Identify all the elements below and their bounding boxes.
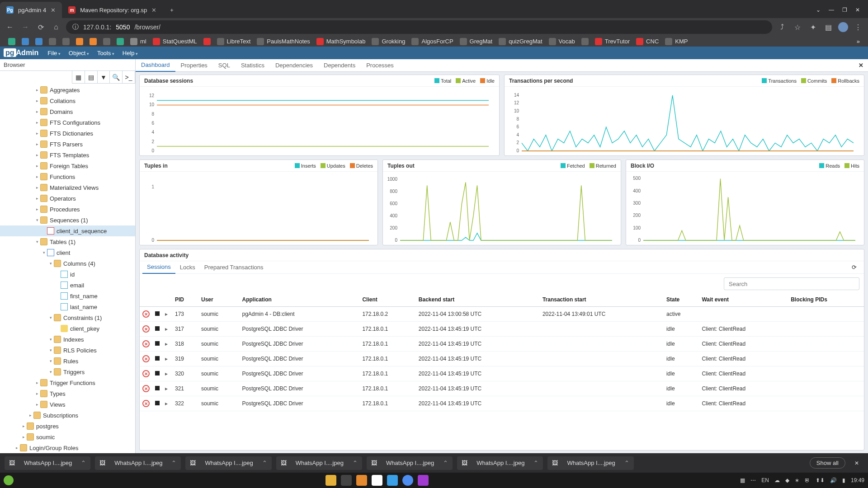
bookmark[interactable]: GregMat — [460, 38, 493, 45]
tree-node[interactable]: ▾client — [0, 247, 135, 258]
tree-node[interactable]: ▾Columns (4) — [0, 258, 135, 269]
tree-node[interactable]: ▾Indexes — [0, 334, 135, 345]
tray-lang[interactable]: EN — [761, 477, 769, 483]
menu-file[interactable]: File — [47, 50, 60, 56]
menu-help[interactable]: Help — [123, 50, 138, 56]
atab-sessions[interactable]: Sessions — [142, 261, 175, 274]
tree-node[interactable]: ▸Trigger Functions — [0, 377, 135, 388]
tree-node[interactable]: ▸Views — [0, 399, 135, 410]
bookmark[interactable]: PaulsMathNotes — [257, 38, 310, 45]
search-input[interactable] — [724, 277, 859, 290]
tree-node[interactable]: ▾Rules — [0, 356, 135, 366]
bookmark[interactable]: CNC — [636, 38, 659, 45]
filter-icon[interactable]: ▼ — [98, 71, 110, 84]
network-icon[interactable]: ⬆⬇ — [816, 477, 825, 483]
tree-node[interactable]: ▸Procedures — [0, 204, 135, 215]
share-icon[interactable]: ⤴ — [777, 23, 788, 31]
menu-object[interactable]: Object — [69, 50, 89, 56]
column-header[interactable]: Backend start — [416, 293, 540, 307]
bluetooth-icon[interactable]: ∗ — [795, 477, 799, 483]
close-shelf-icon[interactable]: ✕ — [850, 460, 863, 466]
address-bar[interactable]: ⓘ 127.0.0.1:5050/browser/ — [66, 20, 772, 34]
tray-icon[interactable]: ☁ — [774, 477, 780, 483]
psql-icon[interactable]: >_ — [123, 71, 135, 84]
column-header[interactable]: PID — [172, 293, 198, 307]
expand-icon[interactable]: ▸ — [165, 385, 168, 392]
terminate-icon[interactable]: ✕ — [142, 325, 150, 333]
minimize-icon[interactable]: — — [829, 7, 834, 13]
column-header[interactable]: Wait event — [699, 293, 788, 307]
tree-node[interactable]: ▸FTS Configurations — [0, 117, 135, 128]
tree-node[interactable]: last_name — [0, 301, 135, 312]
atab-locks[interactable]: Locks — [175, 261, 200, 274]
column-header[interactable]: Blocking PIDs — [788, 293, 864, 307]
column-header[interactable]: Application — [239, 293, 359, 307]
column-header[interactable]: State — [664, 293, 699, 307]
tray-icon[interactable]: ◆ — [785, 477, 789, 483]
cancel-icon[interactable] — [155, 371, 160, 375]
expand-icon[interactable]: ▸ — [165, 326, 168, 332]
chevron-up-icon[interactable]: ⌃ — [533, 460, 538, 466]
bookmark[interactable] — [103, 38, 110, 45]
bookmark[interactable] — [76, 38, 83, 45]
column-header[interactable] — [140, 293, 152, 307]
tree-node[interactable]: ▸Materialized Views — [0, 182, 135, 193]
tree-node[interactable]: ▾Triggers — [0, 366, 135, 377]
search-icon[interactable]: 🔍 — [110, 71, 123, 84]
tree-node[interactable]: ▸Login/Group Roles — [0, 442, 135, 453]
extensions-icon[interactable]: ✦ — [807, 23, 818, 32]
tree-node[interactable]: ▾RLS Policies — [0, 345, 135, 356]
tray-icon[interactable]: ▦ — [740, 477, 745, 483]
bookmark[interactable] — [62, 38, 70, 45]
chevron-up-icon[interactable]: ⌃ — [443, 460, 448, 466]
download-item[interactable]: 🖼WhatsApp I....jpeg⌃ — [95, 456, 181, 470]
tree-node[interactable]: ▾Sequences (1) — [0, 215, 135, 225]
tab-sql[interactable]: SQL — [213, 59, 236, 72]
table-row[interactable]: ✕ ▸ 322soumicPostgreSQL JDBC Driver172.1… — [140, 396, 864, 411]
shield-icon[interactable]: ⛨ — [805, 477, 810, 483]
tree-node[interactable]: client_id_sequence — [0, 225, 135, 236]
expand-icon[interactable]: ▸ — [165, 341, 168, 347]
column-header[interactable]: Transaction start — [540, 293, 664, 307]
profile-avatar[interactable] — [838, 22, 848, 32]
tree-node[interactable]: ▸Operators — [0, 193, 135, 204]
chevron-up-icon[interactable]: ⌃ — [81, 460, 86, 466]
app-chrome[interactable] — [402, 475, 413, 486]
column-header[interactable] — [162, 293, 172, 307]
bookmark[interactable]: KMP — [665, 38, 688, 45]
tree-node[interactable]: ▸Foreign Tables — [0, 160, 135, 171]
tree-node[interactable]: ▸Types — [0, 388, 135, 399]
download-item[interactable]: 🖼WhatsApp I....jpeg⌃ — [547, 456, 633, 470]
chevron-up-icon[interactable]: ⌃ — [262, 460, 267, 466]
tree-node[interactable]: email — [0, 280, 135, 291]
close-icon[interactable]: ✕ — [151, 7, 156, 14]
terminate-icon[interactable]: ✕ — [142, 310, 150, 318]
expand-icon[interactable]: ▸ — [165, 371, 168, 377]
sidepanel-icon[interactable]: ▤ — [823, 23, 834, 32]
download-item[interactable]: 🖼WhatsApp I....jpeg⌃ — [5, 456, 90, 470]
app-telegram[interactable] — [387, 475, 398, 486]
site-info-icon[interactable]: ⓘ — [72, 23, 79, 31]
terminate-icon[interactable]: ✕ — [142, 370, 150, 377]
bookmark[interactable] — [35, 38, 42, 45]
download-item[interactable]: 🖼WhatsApp I....jpeg⌃ — [276, 456, 362, 470]
bookmark[interactable] — [117, 38, 124, 45]
terminate-icon[interactable]: ✕ — [142, 385, 150, 392]
bookmark[interactable] — [8, 38, 15, 45]
tab-dashboard[interactable]: Dashboard — [136, 59, 175, 72]
tree-node[interactable]: id — [0, 269, 135, 280]
tree-node[interactable]: ▸Aggregates — [0, 84, 135, 95]
atab-prepared[interactable]: Prepared Transactions — [200, 261, 268, 274]
close-window-icon[interactable]: ✕ — [855, 7, 860, 13]
browser-tab[interactable]: m Maven Repository: org.sp ✕ — [62, 2, 163, 18]
expand-icon[interactable]: ▸ — [165, 356, 168, 362]
maximize-icon[interactable]: ❐ — [842, 7, 847, 13]
bookmark[interactable]: AlgosForCP — [411, 38, 453, 45]
table-row[interactable]: ✕ ▸ 320soumicPostgreSQL JDBC Driver172.1… — [140, 366, 864, 381]
terminate-icon[interactable]: ✕ — [142, 340, 150, 347]
tree-node[interactable]: ▸Domains — [0, 106, 135, 117]
expand-icon[interactable]: ▸ — [165, 311, 168, 317]
tree-node[interactable]: ▸FTS Dictionaries — [0, 128, 135, 139]
tree-node[interactable]: ▸FTS Templates — [0, 150, 135, 160]
bookmark[interactable]: Vocab — [549, 38, 575, 45]
